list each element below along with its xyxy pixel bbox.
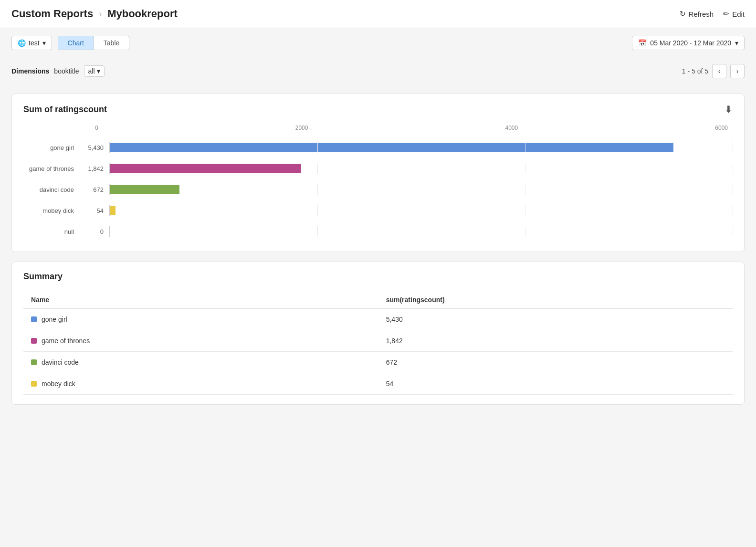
toolbar-left: 🌐 test ▾ Chart Table (11, 36, 129, 50)
summary-value-cell: 54 (378, 373, 733, 395)
date-picker[interactable]: 📅 05 Mar 2020 - 12 Mar 2020 ▾ (632, 36, 745, 50)
calendar-icon: 📅 (638, 39, 646, 47)
chart-row-label: game of thrones (23, 165, 81, 172)
refresh-icon: ↻ (680, 10, 686, 18)
grid-line-2000 (317, 205, 318, 216)
chart-card-header: Sum of ratingscount ⬇ (23, 104, 733, 115)
download-button[interactable]: ⬇ (724, 104, 733, 115)
chart-row-value: 5,430 (81, 144, 109, 151)
grid-line-end (733, 205, 733, 216)
summary-value-cell: 1,842 (378, 330, 733, 352)
legend-dot (31, 359, 37, 365)
chart-card: Sum of ratingscount ⬇ 0 2000 4000 6000 g… (11, 94, 745, 252)
chart-bar (110, 164, 301, 173)
main-content: Sum of ratingscount ⬇ 0 2000 4000 6000 g… (0, 84, 756, 414)
pagination-text: 1 - 5 of 5 (682, 67, 708, 75)
chart-row-value: 0 (81, 228, 109, 235)
summary-value-cell: 672 (378, 352, 733, 373)
globe-icon: 🌐 (18, 39, 26, 47)
chart-row: gone girl 5,430 (23, 137, 733, 158)
chart-row-label: mobey dick (23, 207, 81, 214)
col-value-header: sum(ratingscount) (378, 291, 733, 309)
summary-name-cell: mobey dick (23, 373, 378, 395)
chart-row-label: null (23, 228, 81, 235)
legend-dot (31, 316, 37, 322)
chart-bar (110, 206, 116, 215)
chart-bar-container (109, 205, 733, 216)
edit-icon: ✏ (723, 10, 729, 18)
summary-name: game of thrones (42, 337, 90, 345)
chevron-down-icon: ▾ (735, 39, 738, 47)
grid-line-end (733, 226, 733, 237)
table-row: mobey dick 54 (23, 373, 733, 395)
dimensions-field: booktitle (54, 67, 79, 75)
grid-line-4000 (525, 205, 525, 216)
chart-bar-container (109, 184, 733, 195)
grid-line-end (733, 184, 733, 195)
breadcrumb-current: Mybookreport (107, 8, 178, 20)
chart-row-value: 1,842 (81, 165, 109, 172)
tab-chart[interactable]: Chart (58, 36, 94, 50)
chart-area: 0 2000 4000 6000 gone girl 5,430 game of… (23, 125, 733, 242)
chart-rows: gone girl 5,430 game of thrones 1,842 da… (23, 137, 733, 242)
tab-table[interactable]: Table (94, 36, 129, 50)
breadcrumb-separator: › (99, 9, 102, 19)
grid-line-2000 (317, 226, 318, 237)
grid-line-4000 (525, 142, 525, 153)
grid-line-2000 (317, 163, 318, 174)
chart-x-labels: 0 2000 4000 6000 (95, 125, 728, 131)
next-page-button[interactable]: › (730, 64, 745, 78)
refresh-button[interactable]: ↻ Refresh (680, 10, 714, 18)
header-breadcrumb: Custom Reports › Mybookreport (11, 8, 178, 20)
chart-title: Sum of ratingscount (23, 105, 107, 115)
chart-bar-container (109, 142, 733, 153)
grid-line-2000 (317, 142, 318, 153)
header: Custom Reports › Mybookreport ↻ Refresh … (0, 0, 756, 28)
table-row: game of thrones 1,842 (23, 330, 733, 352)
summary-name: davinci code (42, 358, 79, 366)
grid-line-4000 (525, 163, 525, 174)
prev-page-button[interactable]: ‹ (712, 64, 726, 78)
col-name-header: Name (23, 291, 378, 309)
test-selector[interactable]: 🌐 test ▾ (11, 36, 52, 50)
table-row: davinci code 672 (23, 352, 733, 373)
chart-row-value: 672 (81, 186, 109, 193)
summary-card: Summary Name sum(ratingscount) gone girl… (11, 262, 745, 405)
chart-row-value: 54 (81, 207, 109, 214)
chevron-down-icon: ▾ (97, 67, 100, 75)
grid-line-4000 (525, 226, 525, 237)
chart-bar-container (109, 226, 733, 237)
summary-card-header: Summary (23, 272, 733, 282)
header-actions: ↻ Refresh ✏ Edit (680, 10, 745, 18)
chart-bar-container (109, 163, 733, 174)
chart-bar (110, 143, 673, 152)
summary-name-cell: game of thrones (23, 330, 378, 352)
table-row: gone girl 5,430 (23, 309, 733, 330)
chart-row: null 0 (23, 221, 733, 242)
edit-button[interactable]: ✏ Edit (723, 10, 745, 18)
dimensions-label: Dimensions (11, 67, 49, 75)
grid-line-end (733, 163, 733, 174)
view-tabs: Chart Table (58, 36, 130, 50)
chart-row-label: gone girl (23, 144, 81, 151)
breadcrumb-home[interactable]: Custom Reports (11, 8, 93, 20)
dimensions-bar: Dimensions booktitle all ▾ 1 - 5 of 5 ‹ … (0, 58, 756, 84)
download-icon: ⬇ (724, 104, 733, 115)
chart-row-label: davinci code (23, 186, 81, 193)
summary-title: Summary (23, 272, 63, 282)
chart-bar (110, 185, 179, 194)
legend-dot (31, 338, 37, 344)
summary-value-cell: 5,430 (378, 309, 733, 330)
summary-name-cell: davinci code (23, 352, 378, 373)
chart-row: davinci code 672 (23, 179, 733, 200)
summary-table: Name sum(ratingscount) gone girl 5,430 g… (23, 291, 733, 395)
dimensions-left: Dimensions booktitle all ▾ (11, 65, 105, 77)
pagination: 1 - 5 of 5 ‹ › (682, 64, 745, 78)
chart-row: game of thrones 1,842 (23, 158, 733, 179)
summary-name: mobey dick (42, 380, 75, 388)
summary-name: gone girl (42, 316, 67, 323)
dimensions-filter[interactable]: all ▾ (84, 65, 105, 77)
chart-row: mobey dick 54 (23, 200, 733, 221)
summary-name-cell: gone girl (23, 309, 378, 330)
grid-line-2000 (317, 184, 318, 195)
